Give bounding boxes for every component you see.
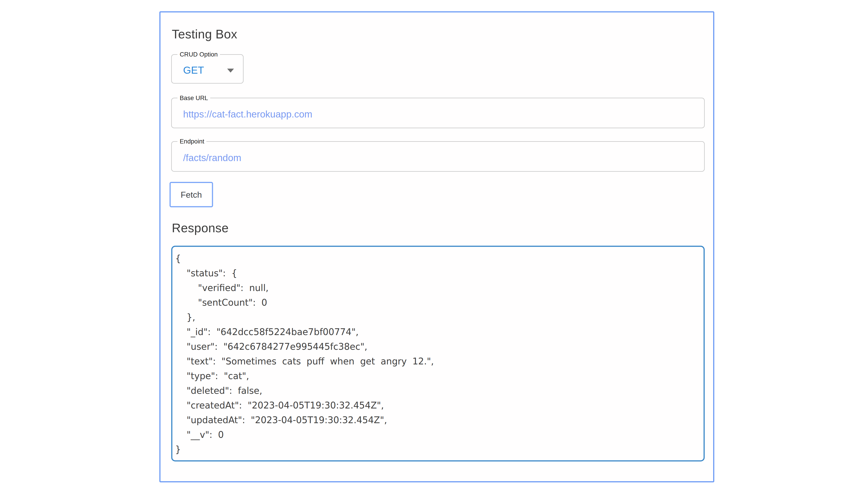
crud-option-label: CRUD Option <box>178 52 220 58</box>
endpoint-input[interactable] <box>183 152 693 164</box>
testing-box-panel: Testing Box CRUD Option GET Base URL End… <box>159 11 714 482</box>
base-url-input[interactable] <box>183 109 693 120</box>
dropdown-arrow-icon[interactable] <box>227 68 234 72</box>
crud-option-select[interactable]: CRUD Option GET <box>171 52 244 84</box>
fetch-button[interactable]: Fetch <box>169 182 213 207</box>
page-title: Testing Box <box>172 27 237 42</box>
response-textarea[interactable]: { "status": { "verified": null, "sentCou… <box>171 246 705 462</box>
base-url-field: Base URL <box>171 95 705 128</box>
response-heading: Response <box>172 221 229 236</box>
endpoint-label: Endpoint <box>178 138 207 145</box>
page: Testing Box CRUD Option GET Base URL End… <box>0 0 868 488</box>
crud-option-value: GET <box>183 64 204 76</box>
endpoint-field: Endpoint <box>171 138 705 172</box>
base-url-label: Base URL <box>178 95 210 101</box>
